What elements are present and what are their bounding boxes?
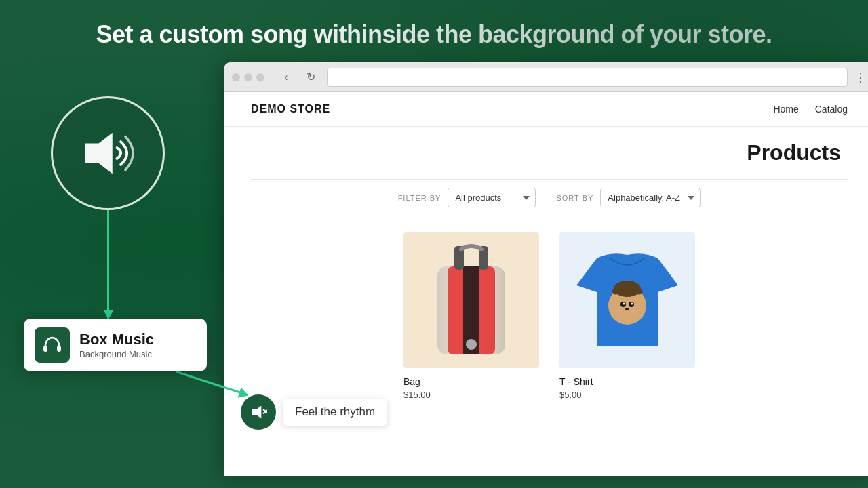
product-card-bag: Bag $15.00 [403, 232, 539, 400]
headphones-icon [40, 333, 64, 357]
feel-the-rhythm-tooltip: Feel the rhythm [283, 399, 387, 426]
filter-select[interactable]: All products [448, 188, 536, 207]
music-player-button[interactable] [241, 394, 276, 430]
bag-price: $15.00 [403, 390, 539, 400]
products-grid: Bag $15.00 [251, 232, 848, 400]
address-bar[interactable] [327, 68, 848, 87]
bag-svg [417, 239, 526, 361]
tshirt-svg [570, 238, 685, 363]
svg-point-21 [625, 308, 629, 310]
tshirt-product-image [559, 232, 695, 368]
content-area: Box Music Background Music Feel the rhyt… [0, 62, 868, 476]
browser-menu-icon[interactable]: ⋮ [854, 70, 867, 85]
speaker-icon [77, 123, 138, 184]
svg-marker-3 [252, 405, 261, 418]
arrow-line-down [107, 210, 109, 319]
refresh-button[interactable]: ↻ [301, 68, 320, 87]
dot-close [232, 73, 240, 81]
svg-point-23 [631, 309, 638, 313]
products-page: Products FILTER BY All products SORT BY … [224, 127, 868, 413]
filter-bar: FILTER BY All products SORT BY Alphabeti… [251, 179, 848, 216]
sort-group: SORT BY Alphabetically, A-Z [556, 188, 701, 207]
svg-rect-1 [43, 346, 47, 352]
nav-home[interactable]: Home [773, 104, 798, 115]
store-nav: Home Catalog [773, 104, 848, 115]
svg-point-19 [623, 302, 625, 304]
store-header: DEMO STORE Home Catalog [224, 92, 868, 127]
product-card-tshirt: T - Shirt $5.00 [559, 232, 695, 400]
music-widget-text: Box Music Background Music [79, 331, 154, 359]
speaker-circle [51, 96, 165, 210]
browser-chrome: ‹ ↻ ⋮ [224, 62, 868, 92]
sort-by-label: SORT BY [556, 194, 593, 202]
svg-rect-2 [57, 346, 61, 352]
svg-marker-0 [85, 133, 113, 174]
store-name: DEMO STORE [251, 103, 330, 115]
browser-nav: ‹ ↻ [277, 68, 320, 87]
filter-group: FILTER BY All products [398, 188, 536, 207]
browser-traffic-lights [232, 73, 264, 81]
bag-name: Bag [403, 376, 539, 387]
music-widget-title: Box Music [79, 331, 154, 348]
music-widget-subtitle: Background Music [79, 349, 154, 359]
bag-product-image [403, 232, 539, 368]
dot-minimize [244, 73, 252, 81]
svg-point-22 [616, 309, 623, 313]
dot-maximize [256, 73, 264, 81]
filter-by-label: FILTER BY [398, 194, 441, 202]
products-title: Products [251, 140, 848, 165]
back-button[interactable]: ‹ [277, 68, 296, 87]
tshirt-price: $5.00 [559, 390, 695, 400]
svg-point-20 [631, 302, 633, 304]
sort-select[interactable]: Alphabetically, A-Z [600, 188, 701, 207]
svg-point-12 [466, 339, 477, 350]
music-widget-icon [35, 327, 70, 363]
player-speaker-icon [250, 403, 267, 421]
tshirt-name: T - Shirt [559, 376, 695, 387]
nav-catalog[interactable]: Catalog [815, 104, 848, 115]
player-button-area: Feel the rhythm [241, 394, 387, 430]
page-headline: Set a custom song withinside the backgro… [0, 0, 868, 62]
music-widget-card: Box Music Background Music [24, 319, 207, 371]
left-panel: Box Music Background Music [0, 62, 231, 476]
